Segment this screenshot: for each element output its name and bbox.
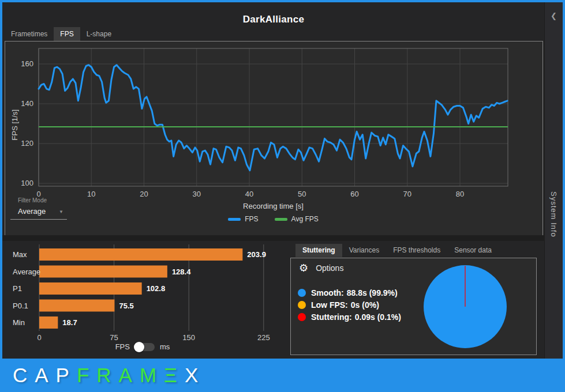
- svg-text:140: 140: [21, 99, 33, 108]
- svg-text:160: 160: [21, 59, 33, 68]
- unit-ms-label: ms: [160, 342, 170, 351]
- tab-stuttering[interactable]: Stuttering: [295, 244, 342, 257]
- avg-fps-line-swatch: [275, 218, 287, 221]
- chevron-down-icon: ▼: [59, 209, 63, 214]
- filter-mode-dropdown[interactable]: Average ▼: [10, 205, 67, 220]
- logo-part-x: X: [185, 364, 205, 386]
- filter-mode-group: Filter Mode Average ▼: [10, 197, 67, 220]
- unit-fps-label: FPS: [115, 342, 130, 351]
- tab-sensor-data[interactable]: Sensor data: [447, 244, 499, 257]
- svg-text:75.5: 75.5: [119, 301, 133, 310]
- svg-text:60: 60: [350, 190, 358, 198]
- svg-text:100: 100: [21, 179, 33, 187]
- svg-text:150: 150: [182, 333, 195, 342]
- smooth-dot: [298, 289, 306, 297]
- main-tab-bar: Frametimes FPS L-shape: [5, 27, 118, 42]
- legend-fps-label: FPS: [245, 215, 258, 223]
- legend-row-smooth: Smooth:88.8s (99.9%): [298, 288, 401, 297]
- svg-text:120: 120: [21, 139, 33, 148]
- smooth-text: Smooth:88.8s (99.9%): [311, 288, 398, 297]
- svg-text:70: 70: [403, 190, 411, 198]
- svg-text:0: 0: [37, 333, 41, 342]
- stuttering-dot: [298, 313, 306, 321]
- stuttering-legend: Smooth:88.8s (99.9%) Low FPS:0s (0%) Stu…: [298, 288, 401, 325]
- footer-bar: CAPFRAMΞX: [0, 359, 565, 392]
- stuttering-pie-chart: [421, 262, 510, 352]
- tab-l-shape[interactable]: L-shape: [80, 27, 118, 42]
- svg-text:80: 80: [456, 190, 464, 198]
- fps-stats-bar-chart: 075150225Max203.9Average128.4P1102.8P0.1…: [5, 241, 280, 342]
- low-fps-text: Low FPS:0s (0%): [311, 300, 379, 310]
- tab-variances[interactable]: Variances: [342, 244, 386, 257]
- svg-text:Min: Min: [13, 318, 25, 327]
- svg-text:225: 225: [257, 333, 270, 342]
- options-label: Options: [316, 263, 343, 273]
- legend-row-stuttering: Stuttering:0.09s (0.1%): [298, 312, 401, 322]
- toggle-knob[interactable]: [134, 342, 144, 352]
- svg-text:75: 75: [110, 333, 118, 342]
- stuttering-text: Stuttering:0.09s (0.1%): [311, 312, 401, 322]
- tab-fps[interactable]: FPS: [54, 27, 80, 42]
- svg-text:102.8: 102.8: [147, 284, 166, 293]
- fps-ms-toggle[interactable]: [135, 343, 155, 351]
- logo-part-cap: CAP: [13, 364, 77, 386]
- svg-text:50: 50: [298, 190, 306, 198]
- logo-part-frame: FRAMΞ: [77, 364, 185, 386]
- options-row: ⚙ Options: [299, 263, 343, 273]
- system-info-sidebar[interactable]: ❮ System Info: [544, 2, 563, 359]
- analysis-tab-bar: Stuttering Variances FPS thresholds Sens…: [286, 244, 543, 257]
- legend-row-low-fps: Low FPS:0s (0%): [298, 300, 401, 310]
- fps-line-swatch: [228, 218, 241, 221]
- svg-text:Average: Average: [13, 267, 40, 276]
- legend-item-fps: FPS: [228, 215, 258, 223]
- svg-text:128.4: 128.4: [172, 267, 191, 276]
- gear-icon[interactable]: ⚙: [299, 263, 308, 273]
- svg-text:Max: Max: [13, 250, 27, 259]
- legend-avg-fps-label: Avg FPS: [291, 215, 319, 223]
- low-fps-dot: [298, 301, 306, 309]
- x-axis-label: Recording time [s]: [39, 202, 508, 210]
- tab-fps-thresholds[interactable]: FPS thresholds: [386, 244, 447, 257]
- page-title: DarkAlliance: [2, 14, 545, 25]
- capframex-logo: CAPFRAMΞX: [13, 364, 205, 387]
- legend-item-avg-fps: Avg FPS: [275, 215, 319, 223]
- y-axis-label: FPS [1/s]: [10, 110, 19, 140]
- svg-text:20: 20: [140, 190, 148, 198]
- svg-text:P1: P1: [13, 284, 22, 293]
- analysis-panel: Stuttering Variances FPS thresholds Sens…: [286, 241, 543, 356]
- svg-text:18.7: 18.7: [62, 318, 77, 327]
- svg-text:40: 40: [245, 190, 253, 198]
- app-window: DarkAlliance ❮ System Info Frametimes FP…: [2, 2, 563, 359]
- filter-mode-value: Average: [18, 207, 46, 216]
- fps-stats-bar-panel: 075150225Max203.9Average128.4P1102.8P0.1…: [5, 241, 280, 356]
- svg-text:10: 10: [87, 190, 95, 198]
- unit-toggle-row: FPS ms: [5, 342, 280, 351]
- collapse-chevron-icon[interactable]: ❮: [545, 12, 563, 20]
- panel-divider: [2, 235, 545, 241]
- chart-legend: FPS Avg FPS: [39, 215, 508, 223]
- stuttering-content-box: ⚙ Options Smooth:88.8s (99.9%) Low FPS:0…: [290, 258, 537, 355]
- svg-text:203.9: 203.9: [247, 250, 266, 259]
- fps-chart-panel: 01020304050607080100120140160 FPS [1/s] …: [5, 41, 543, 236]
- system-info-label: System Info: [549, 191, 558, 238]
- tab-frametimes[interactable]: Frametimes: [5, 27, 54, 42]
- filter-mode-label: Filter Mode: [18, 197, 67, 203]
- svg-text:30: 30: [193, 190, 201, 198]
- svg-text:P0.1: P0.1: [13, 301, 28, 310]
